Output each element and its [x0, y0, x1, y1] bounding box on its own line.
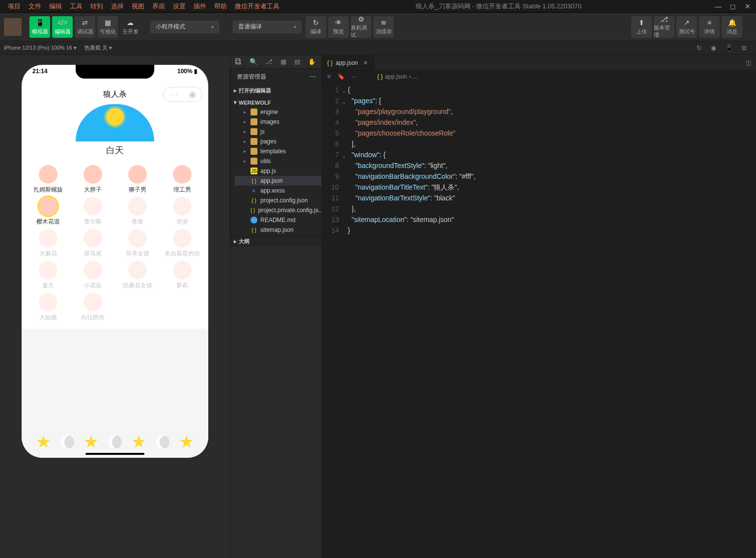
cloud-button[interactable]: ☁云开发 [120, 16, 140, 38]
menu-goto[interactable]: 转到 [86, 2, 107, 11]
code-line[interactable]: "sitemapLocation": "sitemap.json" [348, 214, 756, 225]
forward-icon[interactable]: → [364, 73, 370, 80]
details-button[interactable]: ≡详情 [699, 16, 720, 38]
menu-edit[interactable]: 编辑 [45, 2, 66, 11]
file-item[interactable]: ≡app.wxss [235, 186, 322, 195]
visual-button[interactable]: ▦可视化 [97, 16, 118, 38]
file-item[interactable]: { }sitemap.json [235, 225, 322, 235]
open-editors-section[interactable]: ▸ 打开的编辑器 [231, 85, 322, 96]
menu-settings[interactable]: 设置 [169, 2, 190, 11]
code-line[interactable]: "navigationBarBackgroundColor": "#fff", [348, 171, 756, 182]
role-item[interactable]: 向往阳光 [70, 293, 115, 322]
code-line[interactable]: "backgroundTextStyle": "light", [348, 160, 756, 171]
phase-moon-icon[interactable] [60, 435, 74, 449]
phase-sun-icon[interactable] [84, 435, 98, 449]
more-icon[interactable]: ⋯ [169, 89, 178, 100]
minimize-icon[interactable]: — [714, 2, 723, 11]
db-icon[interactable]: ▤ [294, 58, 300, 65]
test-account-button[interactable]: ↗测试号 [676, 16, 697, 38]
phase-moon-icon[interactable] [108, 435, 122, 449]
tab-close-icon[interactable]: ✕ [363, 59, 368, 66]
simulator-button[interactable]: 📱模拟器 [29, 16, 50, 38]
role-item[interactable]: 樱木花道 [26, 197, 70, 226]
back-icon[interactable]: ← [352, 73, 358, 80]
menu-wechat-devtools[interactable]: 微信开发者工具 [231, 2, 283, 11]
editor-tab[interactable]: { } app.json ✕ [321, 55, 374, 70]
debugger-button[interactable]: ⇄调试器 [75, 16, 95, 38]
role-item[interactable]: 小花朵 [70, 261, 115, 290]
outline-section[interactable]: ▸ 大纲 [231, 236, 322, 247]
code-line[interactable]: { [348, 84, 756, 95]
split-editor-icon[interactable]: ◫ [741, 55, 756, 70]
folder-item[interactable]: utils [235, 156, 322, 166]
close-icon[interactable]: ✕ [743, 2, 752, 11]
role-item[interactable]: 查尔斯 [70, 197, 115, 226]
phase-sun-icon[interactable] [132, 435, 146, 449]
branch-icon[interactable]: ⎇ [265, 58, 273, 65]
role-item[interactable]: 大姑娘 [26, 293, 70, 322]
folder-item[interactable]: pages [235, 137, 322, 146]
role-item[interactable]: 扶桑花女孩 [115, 261, 160, 290]
user-avatar[interactable] [4, 18, 22, 36]
mode-dropdown[interactable]: 小程序模式▾ [150, 21, 219, 33]
menu-file[interactable]: 文件 [25, 2, 45, 11]
menu-plugins[interactable]: 插件 [190, 2, 210, 11]
role-item[interactable]: 大麻花 [26, 229, 70, 258]
target-icon[interactable]: ◉ [189, 89, 196, 100]
explorer-more-icon[interactable]: ⋯ [310, 73, 316, 80]
menu-select[interactable]: 选择 [107, 2, 128, 11]
folder-item[interactable]: js [235, 127, 322, 137]
phase-sun-icon[interactable] [180, 435, 194, 449]
code-editor[interactable]: 1⌄ 2⌄ 3456 7⌄ 891011121314 { "pages": [ … [321, 83, 756, 558]
explorer-icon[interactable]: ⿻ [235, 58, 242, 65]
folder-item[interactable]: engine [235, 107, 322, 117]
role-item[interactable]: 来自星星的你 [160, 229, 204, 258]
menu-tools[interactable]: 工具 [66, 2, 86, 11]
code-line[interactable]: } [348, 225, 756, 236]
role-item[interactable]: 双马尾 [70, 229, 115, 258]
extensions-icon[interactable]: ▦ [280, 58, 286, 65]
role-item[interactable]: 卷发 [115, 197, 160, 226]
role-item[interactable]: 童言 [26, 261, 70, 290]
maximize-icon[interactable]: ◻ [728, 2, 737, 11]
bookmark-icon[interactable]: 🔖 [337, 73, 345, 80]
hand-icon[interactable]: ✋ [308, 58, 316, 65]
editor-button[interactable]: </>编辑器 [52, 16, 73, 38]
search-icon[interactable]: 🔍 [250, 58, 257, 65]
project-section[interactable]: ▾ WEREWOLF [231, 98, 322, 107]
messages-button[interactable]: 🔔消息 [722, 16, 742, 38]
role-item[interactable]: 狮子男 [115, 165, 160, 194]
code-line[interactable]: "pages/playground/playground", [348, 106, 756, 117]
upload-button[interactable]: ⬆上传 [631, 16, 652, 38]
capsule-menu[interactable]: ⋯◉ [163, 87, 202, 102]
code-line[interactable]: "window": { [348, 149, 756, 160]
code-line[interactable]: "pages": [ [348, 95, 756, 106]
role-item[interactable]: 扎姆斯螺旋 [26, 165, 70, 194]
preview-button[interactable]: 👁预览 [328, 16, 349, 38]
menu-project[interactable]: 项目 [4, 2, 25, 11]
file-item[interactable]: JSapp.js [235, 166, 322, 176]
code-line[interactable]: ], [348, 139, 756, 149]
file-item[interactable]: { }project.private.config.js... [235, 205, 322, 215]
code-line[interactable]: "navigationBarTitleText": "狼人杀", [348, 182, 756, 193]
hot-reload-toggle[interactable]: 热重载 关 ▾ [84, 44, 112, 52]
file-item[interactable]: { }project.config.json [235, 195, 322, 205]
breadcrumb[interactable]: { } app.json › ... [377, 73, 418, 80]
code-line[interactable]: "navigationBarTextStyle": "black" [348, 193, 756, 203]
folder-item[interactable]: images [235, 117, 322, 127]
popout-icon[interactable]: ⧉ [742, 44, 746, 52]
clear-cache-button[interactable]: ≋清缓存 [373, 16, 394, 38]
version-button[interactable]: ⎇版本管理 [654, 16, 674, 38]
refresh-icon[interactable]: ↻ [697, 44, 702, 52]
code-line[interactable]: }, [348, 203, 756, 214]
menu-view[interactable]: 视图 [128, 2, 148, 11]
phase-moon-icon[interactable] [156, 435, 169, 449]
role-item[interactable]: 萝莉 [160, 261, 204, 290]
role-item[interactable]: 突突 [160, 197, 204, 226]
file-item[interactable]: iREADME.md [235, 215, 322, 225]
code-line[interactable]: "pages/index/index", [348, 117, 756, 128]
record-icon[interactable]: ◉ [711, 44, 716, 52]
compile-button[interactable]: ↻编译 [306, 16, 326, 38]
device-info[interactable]: iPhone 12/13 (Pro) 100% 16 ▾ [4, 45, 77, 51]
role-item[interactable]: 大胖子 [70, 165, 115, 194]
